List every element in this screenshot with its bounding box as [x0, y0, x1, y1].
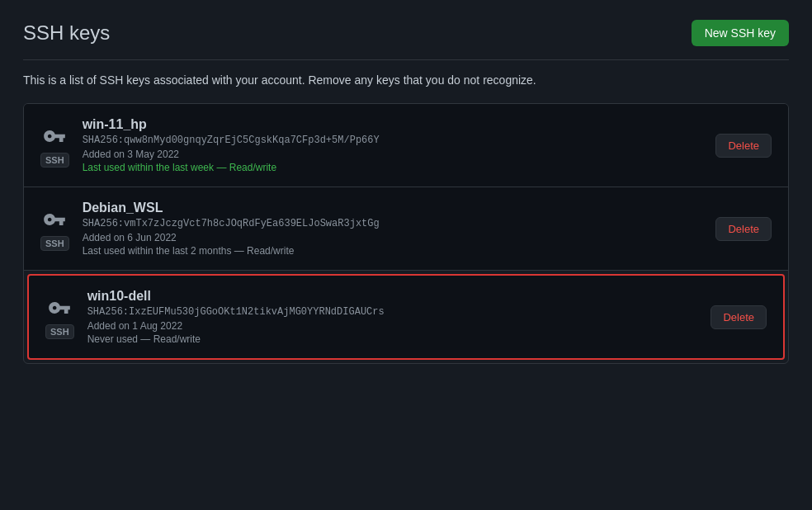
key-added-date: Added on 6 Jun 2022 — [83, 232, 703, 243]
key-fingerprint: SHA256:IxzEUFMu530jGGoOKt1N2tikvAjMG0YYR… — [87, 306, 698, 318]
key-icon — [46, 295, 73, 321]
key-fingerprint: SHA256:vmTx7zJczgVct7h8cJOqRdFyEa639ELJo… — [83, 218, 703, 229]
key-icon — [41, 123, 68, 149]
key-item: SSH win-11_hp SHA256:qww8nMyd00gnqyZqrEj… — [24, 104, 788, 187]
page-description: This is a list of SSH keys associated wi… — [23, 59, 789, 87]
ssh-badge: SSH — [40, 153, 69, 168]
key-details: Debian_WSL SHA256:vmTx7zJczgVct7h8cJOqRd… — [83, 201, 703, 257]
key-usage: Last used within the last 2 months — Rea… — [83, 245, 703, 257]
ssh-badge: SSH — [40, 236, 69, 251]
ssh-keys-list: SSH win-11_hp SHA256:qww8nMyd00gnqyZqrEj… — [23, 103, 789, 364]
delete-key-button[interactable]: Delete — [710, 305, 767, 329]
key-icon-area: SSH — [40, 206, 69, 251]
key-item: SSH win10-dell SHA256:IxzEUFMu530jGGoOKt… — [27, 274, 785, 360]
key-name: win-11_hp — [83, 117, 703, 132]
page-title: SSH keys — [23, 21, 110, 45]
key-name: win10-dell — [87, 289, 698, 304]
delete-key-button[interactable]: Delete — [715, 134, 772, 158]
key-icon — [41, 206, 68, 233]
key-icon-area: SSH — [45, 295, 74, 339]
key-usage: Last used within the last week — Read/wr… — [83, 162, 703, 173]
key-added-date: Added on 3 May 2022 — [83, 149, 703, 160]
key-details: win10-dell SHA256:IxzEUFMu530jGGoOKt1N2t… — [87, 289, 698, 345]
page-header: SSH keys New SSH key — [23, 20, 789, 46]
key-usage: Never used — Read/write — [87, 333, 698, 345]
new-ssh-key-button[interactable]: New SSH key — [692, 20, 789, 46]
key-fingerprint: SHA256:qww8nMyd00gnqyZqrEjC5CgskKqa7CFp3… — [83, 135, 703, 146]
key-icon-area: SSH — [40, 123, 69, 168]
ssh-badge: SSH — [45, 324, 74, 339]
key-details: win-11_hp SHA256:qww8nMyd00gnqyZqrEjC5Cg… — [83, 117, 703, 173]
delete-key-button[interactable]: Delete — [715, 217, 772, 241]
key-name: Debian_WSL — [83, 201, 703, 215]
key-item: SSH Debian_WSL SHA256:vmTx7zJczgVct7h8cJ… — [24, 187, 788, 271]
key-added-date: Added on 1 Aug 2022 — [87, 320, 698, 332]
